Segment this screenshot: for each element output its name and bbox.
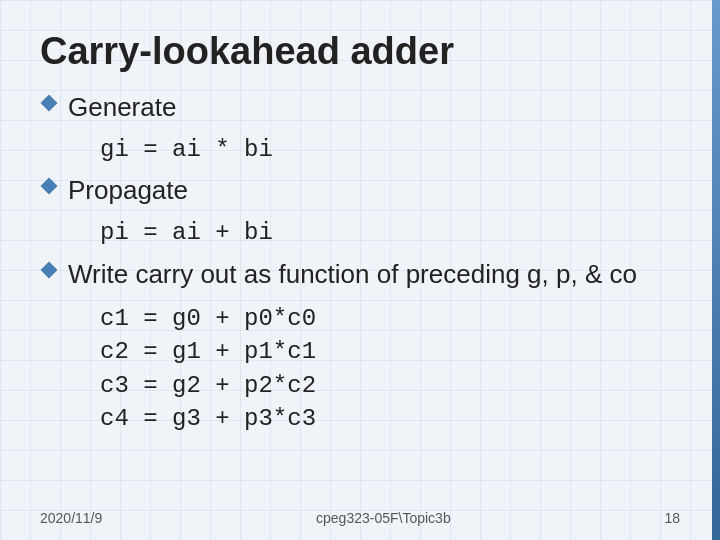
slide-title: Carry-lookahead adder (40, 30, 680, 73)
right-border-decoration (712, 0, 720, 540)
content-area: Generate gi = ai * bi Propagate pi = ai … (40, 91, 680, 510)
bullet-icon-propagate (40, 177, 58, 195)
svg-marker-1 (41, 178, 57, 194)
svg-marker-2 (41, 262, 57, 278)
code-propagate: pi = ai + bi (100, 216, 680, 250)
footer-course: cpeg323-05F\Topic3b (316, 510, 451, 526)
svg-marker-0 (41, 95, 57, 111)
carry-equations-block: c1 = g0 + p0*c0 c2 = g1 + p1*c1 c3 = g2 … (100, 302, 680, 436)
footer-date: 2020/11/9 (40, 510, 102, 526)
carry-eq-4: c4 = g3 + p3*c3 (100, 402, 680, 436)
bullet-icon-write-carry (40, 261, 58, 279)
bullet-generate: Generate (40, 91, 680, 125)
bullet-generate-label: Generate (68, 91, 176, 125)
carry-eq-2: c2 = g1 + p1*c1 (100, 335, 680, 369)
bullet-propagate-label: Propagate (68, 174, 188, 208)
bullet-propagate: Propagate (40, 174, 680, 208)
footer-page: 18 (664, 510, 680, 526)
bullet-write-carry-label: Write carry out as function of preceding… (68, 258, 637, 292)
bullet-write-carry: Write carry out as function of preceding… (40, 258, 680, 292)
slide-container: Carry-lookahead adder Generate gi = ai *… (0, 0, 720, 540)
carry-eq-3: c3 = g2 + p2*c2 (100, 369, 680, 403)
carry-eq-1: c1 = g0 + p0*c0 (100, 302, 680, 336)
slide-footer: 2020/11/9 cpeg323-05F\Topic3b 18 (40, 502, 680, 526)
bullet-icon-generate (40, 94, 58, 112)
code-generate: gi = ai * bi (100, 133, 680, 167)
